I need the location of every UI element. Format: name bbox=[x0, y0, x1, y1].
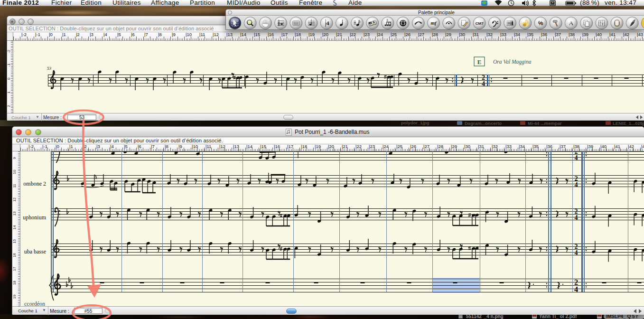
svg-text:12: 12 bbox=[12, 197, 17, 202]
svg-text:1: 1 bbox=[7, 91, 11, 94]
svg-text:uphonium: uphonium bbox=[23, 214, 46, 221]
svg-text:4: 4 bbox=[574, 249, 578, 256]
svg-text:53: 53 bbox=[47, 66, 52, 71]
svg-text:17: 17 bbox=[12, 267, 17, 271]
svg-text:4: 4 bbox=[574, 181, 578, 188]
svg-text:4: 4 bbox=[482, 80, 485, 87]
svg-text:ombone 2: ombone 2 bbox=[23, 180, 46, 187]
svg-text:*: * bbox=[552, 1, 553, 5]
svg-text:uba basse: uba basse bbox=[24, 248, 46, 255]
svg-text:2: 2 bbox=[7, 105, 11, 107]
svg-text:0: 0 bbox=[7, 77, 11, 80]
svg-text:10: 10 bbox=[12, 169, 17, 174]
svg-text:14: 14 bbox=[12, 225, 17, 229]
svg-text:9: 9 bbox=[12, 157, 17, 159]
svg-text:E: E bbox=[477, 58, 482, 66]
svg-text:16: 16 bbox=[12, 253, 17, 257]
svg-text:11: 11 bbox=[12, 184, 17, 188]
svg-text:-1: -1 bbox=[7, 63, 11, 67]
svg-text:4: 4 bbox=[574, 154, 578, 161]
svg-text:15: 15 bbox=[12, 239, 17, 243]
svg-text:19: 19 bbox=[12, 294, 17, 299]
svg-text:Ora Val Maggina: Ora Val Maggina bbox=[493, 59, 532, 65]
svg-text:18: 18 bbox=[12, 281, 17, 285]
svg-text:4: 4 bbox=[574, 214, 578, 221]
svg-text:ccordéon: ccordéon bbox=[24, 300, 45, 306]
svg-text:13: 13 bbox=[12, 211, 17, 216]
svg-text:4: 4 bbox=[574, 285, 578, 294]
svg-text:-2: -2 bbox=[7, 49, 11, 53]
